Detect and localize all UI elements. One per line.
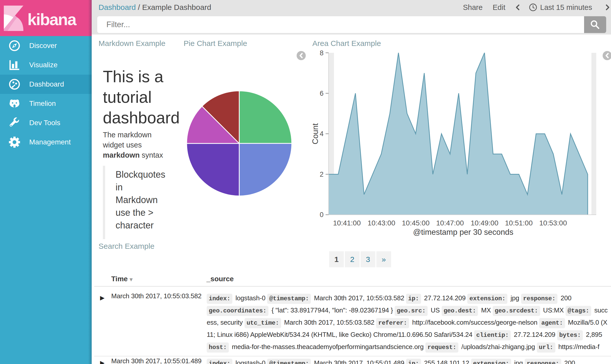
svg-text:10:47:00: 10:47:00 — [436, 219, 464, 227]
svg-text:10:43:00: 10:43:00 — [368, 219, 395, 227]
svg-text:10:45:00: 10:45:00 — [402, 219, 430, 227]
svg-text:4: 4 — [320, 130, 324, 138]
svg-text:10:49:00: 10:49:00 — [471, 219, 499, 227]
svg-text:10:53:00: 10:53:00 — [539, 219, 567, 227]
svg-text:2: 2 — [320, 171, 324, 178]
svg-text:0: 0 — [320, 211, 324, 219]
svg-text:6: 6 — [320, 90, 324, 97]
svg-text:@timestamp per 30 seconds: @timestamp per 30 seconds — [413, 228, 513, 237]
svg-text:8: 8 — [320, 49, 324, 57]
svg-text:10:51:00: 10:51:00 — [505, 219, 533, 227]
svg-text:10:41:00: 10:41:00 — [333, 219, 361, 227]
svg-text:Count: Count — [311, 123, 320, 144]
